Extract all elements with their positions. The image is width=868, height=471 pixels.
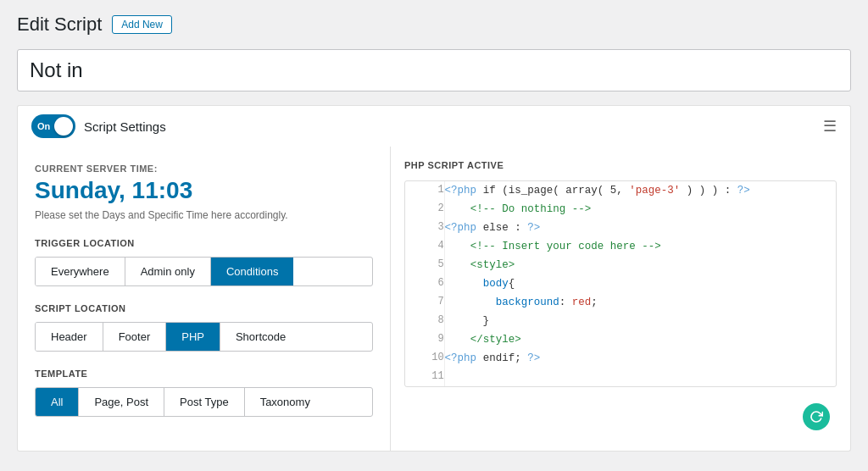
code-line-1: 1 <?php if (is_page( array( 5, 'page-3' … <box>405 181 836 200</box>
hamburger-menu-icon[interactable]: ☰ <box>823 119 837 134</box>
code-line-7: 7 background: red; <box>405 293 836 312</box>
line-code: } <box>444 312 836 330</box>
trigger-conditions-btn[interactable]: Conditions <box>211 258 293 285</box>
line-number: 11 <box>405 368 444 386</box>
server-time-value: Sunday, 11:03 <box>35 177 373 204</box>
template-page-post-btn[interactable]: Page, Post <box>79 388 164 416</box>
trigger-location-group: Everywhere Admin only Conditions <box>35 257 373 286</box>
refresh-button[interactable] <box>803 403 830 430</box>
toggle-knob <box>54 117 73 136</box>
line-code: <?php endif; ?> <box>444 349 836 368</box>
line-code: <!-- Insert your code here --> <box>444 237 836 256</box>
template-label: TEMPLATE <box>35 368 373 379</box>
template-post-type-btn[interactable]: Post Type <box>164 388 245 416</box>
line-number: 10 <box>405 349 444 368</box>
line-number: 8 <box>405 312 444 330</box>
line-number: 5 <box>405 256 444 274</box>
code-editor[interactable]: 1 <?php if (is_page( array( 5, 'page-3' … <box>404 180 837 387</box>
line-code: <!-- Do nothing --> <box>444 200 836 219</box>
code-table: 1 <?php if (is_page( array( 5, 'page-3' … <box>405 181 836 386</box>
line-number: 1 <box>405 181 444 200</box>
trigger-everywhere-btn[interactable]: Everywhere <box>36 258 125 285</box>
add-new-button[interactable]: Add New <box>112 15 172 34</box>
code-line-6: 6 body{ <box>405 274 836 293</box>
page-wrapper: Edit Script Add New On Script Settings ☰… <box>0 0 868 471</box>
script-location-group: Header Footer PHP Shortcode <box>35 322 373 352</box>
line-number: 7 <box>405 293 444 312</box>
code-line-2: 2 <!-- Do nothing --> <box>405 200 836 219</box>
left-panel: CURRENT SERVER TIME: Sunday, 11:03 Pleas… <box>18 147 391 451</box>
template-taxonomy-btn[interactable]: Taxonomy <box>245 388 326 416</box>
script-header-btn[interactable]: Header <box>36 323 103 351</box>
line-number: 2 <box>405 200 444 219</box>
server-time-note: Please set the Days and Specific Time he… <box>35 209 373 221</box>
line-code: </style> <box>444 330 836 349</box>
page-title: Edit Script <box>17 14 102 36</box>
code-line-8: 8 } <box>405 312 836 330</box>
main-content: CURRENT SERVER TIME: Sunday, 11:03 Pleas… <box>17 147 851 452</box>
page-header: Edit Script Add New <box>17 14 851 36</box>
script-shortcode-btn[interactable]: Shortcode <box>220 323 301 351</box>
line-number: 6 <box>405 274 444 293</box>
template-group: All Page, Post Post Type Taxonomy <box>35 387 373 417</box>
trigger-admin-only-btn[interactable]: Admin only <box>125 258 211 285</box>
line-number: 3 <box>405 219 444 237</box>
right-panel: PHP SCRIPT ACTIVE 1 <?php if (is_page( a… <box>391 147 850 451</box>
script-footer-btn[interactable]: Footer <box>103 323 167 351</box>
code-line-5: 5 <style> <box>405 256 836 274</box>
line-number: 9 <box>405 330 444 349</box>
line-code: <?php else : ?> <box>444 219 836 237</box>
line-code: body{ <box>444 274 836 293</box>
script-location-label: SCRIPT LOCATION <box>35 303 373 313</box>
line-number: 4 <box>405 237 444 256</box>
line-code: <?php if (is_page( array( 5, 'page-3' ) … <box>444 181 836 200</box>
trigger-location-label: TRIGGER LOCATION <box>35 238 373 248</box>
script-title-input[interactable] <box>17 49 851 91</box>
settings-section-label: Script Settings <box>84 119 166 134</box>
code-line-3: 3 <?php else : ?> <box>405 219 836 237</box>
code-line-4: 4 <!-- Insert your code here --> <box>405 237 836 256</box>
line-code: <style> <box>444 256 836 274</box>
code-editor-label: PHP SCRIPT ACTIVE <box>404 160 837 170</box>
line-code <box>444 368 836 386</box>
server-time-label: CURRENT SERVER TIME: <box>35 163 373 174</box>
line-code: background: red; <box>444 293 836 312</box>
settings-bar-left: On Script Settings <box>31 114 166 138</box>
settings-bar: On Script Settings ☰ <box>17 105 851 147</box>
code-line-9: 9 </style> <box>405 330 836 349</box>
script-php-btn[interactable]: PHP <box>166 323 220 351</box>
code-line-11: 11 <box>405 368 836 386</box>
code-line-10: 10 <?php endif; ?> <box>405 349 836 368</box>
toggle-on-label: On <box>37 121 50 131</box>
script-toggle[interactable]: On <box>31 114 75 138</box>
template-all-btn[interactable]: All <box>36 388 79 416</box>
